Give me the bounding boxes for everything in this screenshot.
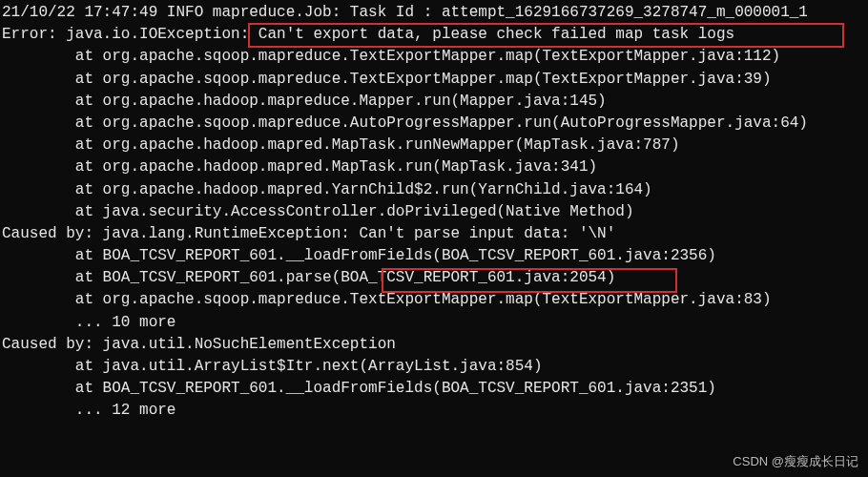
log-line: at java.util.ArrayList$Itr.next(ArrayLis…	[2, 356, 868, 378]
log-line: at BOA_TCSV_REPORT_601.parse(BOA_TCSV_RE…	[2, 267, 868, 289]
log-line: at BOA_TCSV_REPORT_601.__loadFromFields(…	[2, 378, 868, 400]
terminal-output[interactable]: 21/10/22 17:47:49 INFO mapreduce.Job: Ta…	[0, 0, 868, 423]
watermark-text: CSDN @瘦瘦成长日记	[733, 453, 858, 471]
log-line: at org.apache.hadoop.mapred.MapTask.run(…	[2, 156, 868, 178]
log-line: at BOA_TCSV_REPORT_601.__loadFromFields(…	[2, 245, 868, 267]
log-line: Caused by: java.lang.RuntimeException: C…	[2, 223, 868, 245]
log-line: at org.apache.sqoop.mapreduce.TextExport…	[2, 69, 868, 91]
log-line: Error: java.io.IOException: Can't export…	[2, 24, 868, 46]
log-line: at org.apache.hadoop.mapreduce.Mapper.ru…	[2, 91, 868, 113]
log-line: at org.apache.hadoop.mapred.YarnChild$2.…	[2, 179, 868, 201]
log-line: at org.apache.sqoop.mapreduce.TextExport…	[2, 46, 868, 68]
log-line: at org.apache.hadoop.mapred.MapTask.runN…	[2, 135, 868, 156]
log-line: ... 12 more	[2, 400, 868, 422]
log-line: Caused by: java.util.NoSuchElementExcept…	[2, 334, 868, 356]
log-line: at org.apache.sqoop.mapreduce.TextExport…	[2, 289, 868, 311]
log-line: ... 10 more	[2, 312, 868, 334]
log-line: at org.apache.sqoop.mapreduce.AutoProgre…	[2, 113, 868, 135]
log-line: at java.security.AccessController.doPriv…	[2, 201, 868, 223]
log-line: 21/10/22 17:47:49 INFO mapreduce.Job: Ta…	[2, 2, 868, 24]
